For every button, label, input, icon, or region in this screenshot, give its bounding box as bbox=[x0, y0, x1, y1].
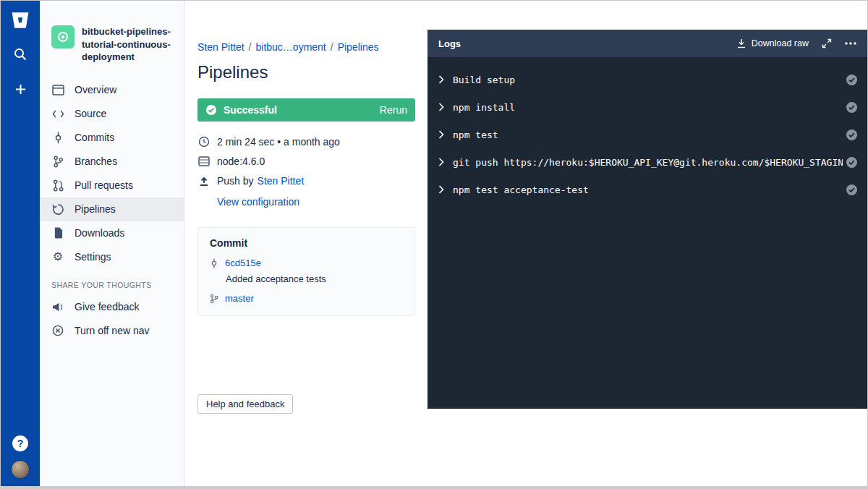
logs-body: Build setup npm install bbox=[427, 57, 867, 409]
duration-text: 2 min 24 sec • a month ago bbox=[217, 136, 340, 148]
sidebar-item-label: Source bbox=[75, 108, 106, 119]
search-icon[interactable] bbox=[10, 44, 30, 64]
repo-header[interactable]: bitbucket-pipelines-tutorial-continuous-… bbox=[40, 25, 184, 64]
sidebar-section-label: SHARE YOUR THOUGHTS bbox=[40, 269, 184, 294]
sidebar-item-turn-off-new-nav[interactable]: Turn off new nav bbox=[40, 319, 184, 343]
log-step-label: npm test bbox=[453, 129, 843, 140]
image-row: node:4.6.0 bbox=[197, 156, 415, 167]
sidebar-item-settings[interactable]: ⚙ Settings bbox=[40, 245, 184, 269]
sidebar-item-overview[interactable]: Overview bbox=[40, 78, 184, 102]
avatar[interactable] bbox=[11, 460, 30, 479]
commit-hash-link[interactable]: 6cd515e bbox=[225, 258, 261, 268]
log-step-label: Build setup bbox=[453, 75, 843, 85]
sidebar-item-branches[interactable]: Branches bbox=[40, 150, 184, 174]
chevron-right-icon[interactable] bbox=[438, 158, 444, 166]
sidebar-item-label: Overview bbox=[75, 84, 116, 95]
trigger-text: Push by bbox=[217, 175, 254, 187]
image-text: node:4.6.0 bbox=[217, 156, 265, 167]
sidebar-item-pipelines[interactable]: Pipelines bbox=[40, 197, 184, 221]
help-and-feedback-button[interactable]: Help and feedback bbox=[197, 394, 293, 414]
sidebar-item-downloads[interactable]: Downloads bbox=[40, 221, 184, 245]
commit-message: Added acceptance tests bbox=[226, 273, 403, 284]
chevron-right-icon[interactable] bbox=[438, 185, 444, 194]
chevron-right-icon[interactable] bbox=[438, 103, 444, 111]
sidebar-item-label: Turn off new nav bbox=[75, 325, 150, 336]
sidebar-item-label: Pull requests bbox=[75, 179, 133, 191]
repo-sidebar: bitbucket-pipelines-tutorial-continuous-… bbox=[40, 1, 184, 486]
downloads-icon bbox=[51, 227, 64, 239]
settings-icon: ⚙ bbox=[51, 251, 64, 263]
log-row-build-setup[interactable]: Build setup bbox=[427, 66, 867, 93]
pipeline-details: 2 min 24 sec • a month ago node:4.6.0 Pu… bbox=[197, 136, 415, 208]
log-row-npm-install[interactable]: npm install bbox=[427, 93, 867, 121]
log-step-label: npm install bbox=[453, 102, 843, 113]
breadcrumb-separator: / bbox=[249, 41, 252, 53]
build-image-icon bbox=[197, 156, 210, 166]
log-row-npm-test[interactable]: npm test bbox=[427, 121, 867, 148]
view-configuration-link[interactable]: View configuration bbox=[217, 196, 299, 208]
sidebar-item-pull-requests[interactable]: Pull requests bbox=[40, 174, 184, 197]
breadcrumb-page-link[interactable]: Pipelines bbox=[338, 41, 379, 53]
main-content: Sten Pittet / bitbuc…oyment / Pipelines … bbox=[184, 1, 867, 486]
log-row-git-push[interactable]: git push https://heroku:$HEROKU_API_KEY@… bbox=[427, 148, 867, 176]
chevron-right-icon[interactable] bbox=[438, 130, 444, 139]
breadcrumb-separator: / bbox=[331, 41, 333, 53]
step-success-icon bbox=[846, 101, 858, 114]
sidebar-item-label: Branches bbox=[75, 156, 117, 167]
repo-name: bitbucket-pipelines-tutorial-continuous-… bbox=[82, 25, 174, 64]
push-icon bbox=[197, 176, 210, 186]
overview-icon bbox=[51, 85, 64, 95]
log-row-npm-test-acceptance[interactable]: npm test acceptance-test bbox=[427, 176, 867, 203]
breadcrumb-user-link[interactable]: Sten Pittet bbox=[197, 41, 244, 53]
commit-card: Commit 6cd515e Added acceptance tests ma… bbox=[197, 227, 415, 316]
commit-card-title: Commit bbox=[210, 237, 403, 249]
log-step-label: git push https://heroku:$HEROKU_API_KEY@… bbox=[453, 157, 843, 168]
breadcrumb-repo-link[interactable]: bitbuc…oyment bbox=[255, 41, 326, 53]
trigger-user-link[interactable]: Sten Pittet bbox=[258, 175, 305, 187]
sidebar-item-source[interactable]: Source bbox=[40, 102, 184, 126]
step-success-icon bbox=[846, 74, 858, 86]
logs-panel: Logs Download raw bbox=[427, 30, 867, 409]
step-success-icon bbox=[846, 184, 858, 196]
logs-header: Logs Download raw bbox=[427, 30, 867, 57]
sidebar-nav: Overview Source Commits Branches bbox=[40, 78, 184, 269]
pipelines-icon bbox=[51, 203, 64, 216]
status-banner: Successful Rerun bbox=[197, 98, 415, 122]
repo-avatar-icon bbox=[51, 25, 75, 48]
bitbucket-logo-icon[interactable] bbox=[10, 11, 30, 30]
more-options-icon[interactable] bbox=[845, 42, 856, 45]
branches-icon bbox=[51, 156, 64, 168]
commit-icon bbox=[210, 258, 218, 268]
pull-requests-icon bbox=[51, 179, 64, 192]
download-raw-button[interactable]: Download raw bbox=[736, 38, 809, 48]
sidebar-item-label: Give feedback bbox=[75, 301, 140, 312]
branch-link[interactable]: master bbox=[225, 293, 254, 304]
commits-icon bbox=[51, 132, 64, 144]
log-step-label: npm test acceptance-test bbox=[453, 184, 843, 195]
page-title: Pipelines bbox=[197, 62, 415, 82]
rerun-button[interactable]: Rerun bbox=[380, 104, 407, 116]
logs-title: Logs bbox=[438, 38, 461, 49]
sidebar-item-give-feedback[interactable]: Give feedback bbox=[40, 295, 184, 319]
chevron-right-icon[interactable] bbox=[438, 75, 444, 84]
sidebar-item-commits[interactable]: Commits bbox=[40, 126, 184, 150]
step-success-icon bbox=[846, 129, 858, 141]
circle-x-icon bbox=[51, 325, 64, 336]
help-glyph: ? bbox=[17, 438, 24, 449]
help-icon[interactable]: ? bbox=[12, 435, 28, 451]
sidebar-item-label: Commits bbox=[75, 132, 114, 143]
commit-branch-row: master bbox=[210, 293, 403, 304]
sidebar-footer-nav: Give feedback Turn off new nav bbox=[40, 295, 184, 343]
megaphone-icon bbox=[51, 302, 64, 312]
fullscreen-icon[interactable] bbox=[822, 38, 832, 48]
sidebar-item-label: Pipelines bbox=[75, 203, 116, 215]
clock-icon bbox=[197, 136, 210, 148]
commit-hash-row: 6cd515e bbox=[210, 258, 403, 268]
sidebar-item-label: Downloads bbox=[75, 227, 124, 239]
sidebar-item-label: Settings bbox=[75, 251, 111, 263]
step-success-icon bbox=[846, 156, 858, 169]
breadcrumb: Sten Pittet / bitbuc…oyment / Pipelines bbox=[197, 41, 415, 53]
logs-actions: Download raw bbox=[736, 38, 856, 48]
plus-icon[interactable] bbox=[10, 79, 30, 99]
trigger-row: Push by Sten Pittet bbox=[197, 175, 415, 187]
